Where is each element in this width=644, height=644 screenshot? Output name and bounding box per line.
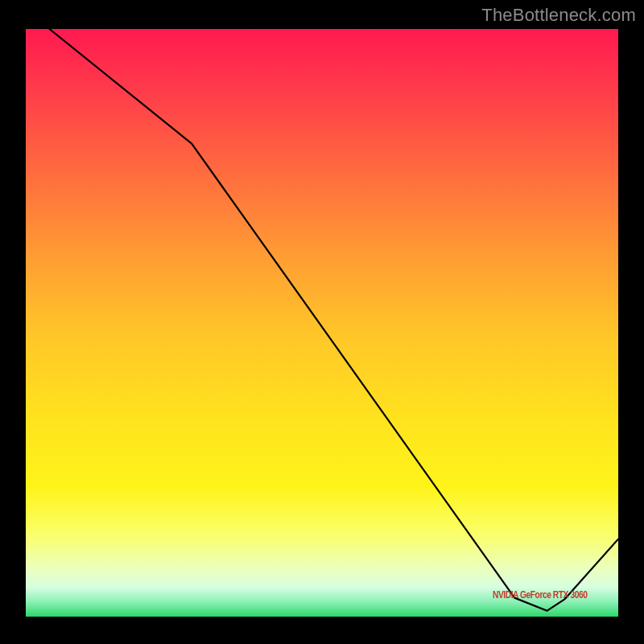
- series-label: NVIDIA GeForce RTX 3060: [493, 589, 587, 601]
- chart-line: [49, 29, 618, 611]
- chart-frame: TheBottleneck.com NVIDIA GeForce RTX 306…: [0, 0, 644, 644]
- watermark-text: TheBottleneck.com: [481, 5, 636, 26]
- line-chart-svg: [26, 29, 618, 617]
- plot-area: NVIDIA GeForce RTX 3060: [26, 29, 618, 617]
